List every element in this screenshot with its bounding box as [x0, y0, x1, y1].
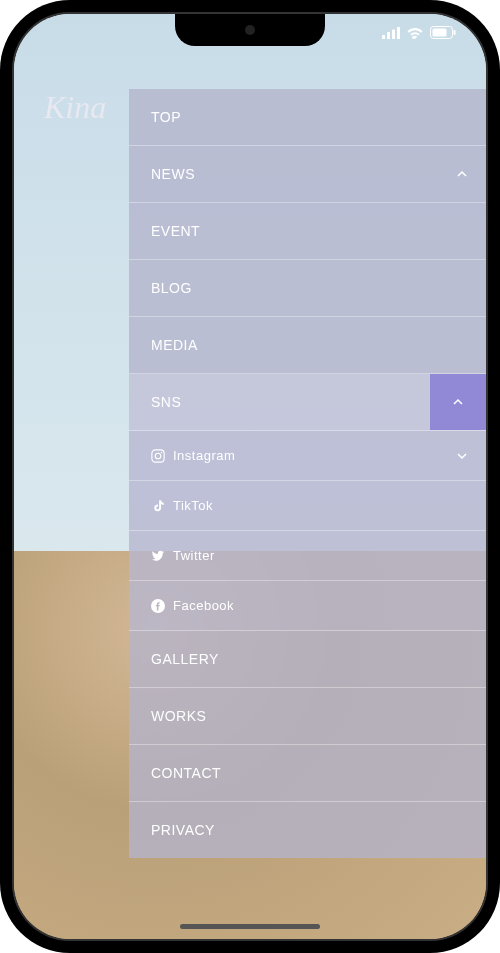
svg-rect-7 — [152, 449, 164, 461]
menu-label: Instagram — [173, 448, 235, 463]
menu-item-news[interactable]: NEWS — [129, 146, 486, 203]
menu-item-media[interactable]: MEDIA — [129, 317, 486, 374]
menu-item-event[interactable]: EVENT — [129, 203, 486, 260]
svg-rect-3 — [397, 27, 400, 39]
phone-notch — [175, 14, 325, 46]
menu-label: GALLERY — [151, 651, 219, 667]
home-indicator[interactable] — [180, 924, 320, 929]
phone-frame: Kina TOP NEWS EVENT BLOG M — [0, 0, 500, 953]
menu-label: Facebook — [173, 598, 234, 613]
menu-label: SNS — [151, 394, 181, 410]
menu-item-twitter[interactable]: Twitter — [129, 531, 486, 581]
svg-rect-0 — [382, 35, 385, 39]
svg-point-8 — [155, 453, 161, 459]
menu-label: PRIVACY — [151, 822, 215, 838]
wifi-icon — [407, 27, 423, 39]
sns-toggle-box[interactable] — [430, 374, 486, 430]
tiktok-icon — [151, 499, 165, 513]
menu-label: TOP — [151, 109, 181, 125]
menu-item-gallery[interactable]: GALLERY — [129, 631, 486, 688]
menu-label: BLOG — [151, 280, 192, 296]
menu-item-contact[interactable]: CONTACT — [129, 745, 486, 802]
status-bar — [382, 26, 456, 39]
menu-label: EVENT — [151, 223, 200, 239]
battery-icon — [430, 26, 456, 39]
menu-item-facebook[interactable]: Facebook — [129, 581, 486, 631]
svg-rect-2 — [392, 29, 395, 39]
twitter-icon — [151, 549, 165, 563]
chevron-up-icon — [456, 168, 468, 180]
menu-label: NEWS — [151, 166, 195, 182]
menu-label: MEDIA — [151, 337, 198, 353]
chevron-down-icon — [456, 450, 468, 462]
screen-content: Kina TOP NEWS EVENT BLOG M — [14, 14, 486, 939]
menu-item-sns[interactable]: SNS — [129, 374, 486, 431]
phone-screen-bezel: Kina TOP NEWS EVENT BLOG M — [12, 12, 488, 941]
svg-rect-1 — [387, 32, 390, 39]
menu-label: WORKS — [151, 708, 206, 724]
menu-label: TikTok — [173, 498, 213, 513]
site-logo[interactable]: Kina — [44, 89, 106, 126]
front-camera — [245, 25, 255, 35]
menu-item-tiktok[interactable]: TikTok — [129, 481, 486, 531]
menu-label: Twitter — [173, 548, 215, 563]
instagram-icon — [151, 449, 165, 463]
menu-item-blog[interactable]: BLOG — [129, 260, 486, 317]
svg-rect-5 — [433, 29, 447, 37]
chevron-up-icon — [452, 396, 464, 408]
svg-rect-6 — [454, 30, 456, 35]
menu-label: CONTACT — [151, 765, 221, 781]
menu-item-top[interactable]: TOP — [129, 89, 486, 146]
facebook-icon — [151, 599, 165, 613]
menu-item-works[interactable]: WORKS — [129, 688, 486, 745]
cellular-signal-icon — [382, 27, 400, 39]
navigation-menu: TOP NEWS EVENT BLOG MEDIA — [129, 89, 486, 939]
svg-point-9 — [161, 451, 162, 452]
menu-item-privacy[interactable]: PRIVACY — [129, 802, 486, 858]
menu-item-instagram[interactable]: Instagram — [129, 431, 486, 481]
